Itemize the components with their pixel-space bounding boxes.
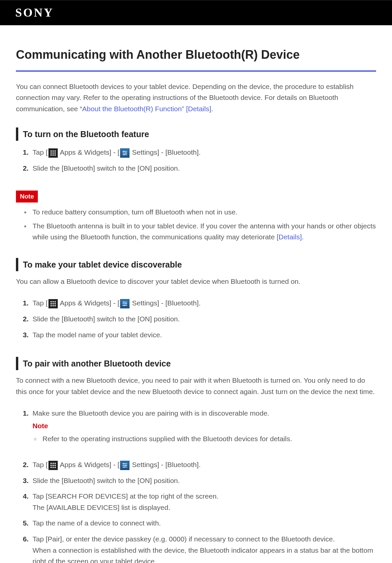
note-inline-label: Note bbox=[33, 420, 376, 432]
svg-point-4 bbox=[52, 152, 54, 154]
step-item: Make sure the Bluetooth device you are p… bbox=[31, 406, 376, 458]
intro-paragraph: You can connect Bluetooth devices to you… bbox=[16, 81, 376, 115]
svg-point-7 bbox=[52, 154, 54, 156]
step-item: Tap [Pair], or enter the device passkey … bbox=[31, 532, 376, 563]
svg-point-22 bbox=[52, 305, 54, 306]
svg-point-2 bbox=[54, 150, 56, 152]
step-text: Tap [ bbox=[33, 461, 48, 468]
content-area: Communicating with Another Bluetooth(R) … bbox=[0, 25, 392, 563]
svg-point-25 bbox=[123, 301, 124, 303]
svg-point-19 bbox=[52, 303, 54, 304]
sub-note-item: Refer to the operating instructions supp… bbox=[40, 433, 376, 446]
svg-point-0 bbox=[50, 150, 52, 152]
step-item: Tap the name of a device to connect with… bbox=[31, 516, 376, 532]
svg-point-5 bbox=[54, 152, 56, 154]
svg-point-6 bbox=[50, 154, 52, 156]
step-item: Tap [ Apps & Widgets] - [ Settings] - [B… bbox=[31, 458, 376, 474]
settings-icon bbox=[120, 299, 129, 308]
note-list: To reduce battery consumption, turn off … bbox=[16, 206, 376, 245]
svg-point-3 bbox=[50, 152, 52, 154]
step-text: Tap [ bbox=[33, 148, 48, 156]
sony-logo: SONY bbox=[15, 3, 54, 23]
steps-discoverable: Tap [ Apps & Widgets] - [ Settings] - [B… bbox=[16, 296, 376, 344]
step-item: Slide the [Bluetooth] switch to the [ON]… bbox=[31, 474, 376, 490]
svg-point-42 bbox=[125, 465, 126, 466]
svg-point-29 bbox=[123, 305, 125, 306]
step-text: Tap [SEARCH FOR DEVICES] at the top righ… bbox=[33, 492, 218, 500]
steps-pair: Make sure the Bluetooth device you are p… bbox=[16, 406, 376, 563]
step-text: Settings] - [Bluetooth]. bbox=[130, 299, 200, 307]
apps-icon bbox=[48, 461, 58, 470]
svg-point-44 bbox=[123, 466, 125, 468]
subheading-turn-on: To turn on the Bluetooth feature bbox=[16, 127, 376, 141]
header-bar: SONY bbox=[0, 0, 392, 25]
svg-point-33 bbox=[50, 465, 52, 466]
page-title: Communicating with Another Bluetooth(R) … bbox=[16, 45, 376, 64]
svg-point-23 bbox=[54, 305, 56, 306]
step-text: Apps & Widgets] - [ bbox=[58, 148, 119, 156]
step-item: Slide the [Bluetooth] switch to the [ON]… bbox=[31, 161, 376, 177]
step-item: Tap [SEARCH FOR DEVICES] at the top righ… bbox=[31, 489, 376, 516]
svg-point-37 bbox=[52, 467, 54, 468]
svg-point-1 bbox=[52, 150, 54, 152]
discoverable-intro: You can allow a Bluetooth device to disc… bbox=[16, 276, 376, 287]
subheading-pair: To pair with another Bluetooth device bbox=[16, 357, 376, 370]
step-text: When a connection is established with th… bbox=[33, 546, 373, 563]
step-text: Tap [ bbox=[33, 299, 48, 307]
step-text: Make sure the Bluetooth device you are p… bbox=[33, 409, 269, 417]
svg-point-8 bbox=[54, 154, 56, 156]
intro-text-suffix: . bbox=[211, 105, 213, 113]
svg-point-36 bbox=[50, 467, 52, 468]
apps-icon bbox=[48, 148, 58, 158]
svg-point-35 bbox=[54, 465, 56, 466]
svg-point-10 bbox=[123, 151, 124, 152]
step-text: Apps & Widgets] - [ bbox=[58, 461, 119, 468]
step-item: Tap [ Apps & Widgets] - [ Settings] - [B… bbox=[31, 296, 376, 312]
details-link[interactable]: [Details] bbox=[276, 233, 302, 241]
svg-point-31 bbox=[52, 463, 54, 464]
svg-point-14 bbox=[123, 154, 125, 155]
steps-turn-on: Tap [ Apps & Widgets] - [ Settings] - [B… bbox=[16, 145, 376, 177]
note-text: The Bluetooth antenna is built in to you… bbox=[33, 222, 376, 241]
about-bluetooth-link[interactable]: About the Bluetooth(R) Function” [Detail… bbox=[82, 105, 211, 113]
apps-icon bbox=[48, 299, 58, 308]
note-badge: Note bbox=[16, 191, 38, 202]
svg-point-40 bbox=[123, 463, 124, 464]
svg-point-21 bbox=[50, 305, 52, 306]
svg-point-20 bbox=[54, 303, 56, 304]
step-text: Settings] - [Bluetooth]. bbox=[130, 148, 200, 156]
svg-point-12 bbox=[125, 152, 126, 154]
pair-intro: To connect with a new Bluetooth device, … bbox=[16, 375, 376, 397]
step-item: Slide the [Bluetooth] switch to the [ON]… bbox=[31, 312, 376, 328]
svg-point-17 bbox=[54, 301, 56, 302]
step-text: Settings] - [Bluetooth]. bbox=[130, 461, 200, 468]
svg-point-32 bbox=[54, 463, 56, 464]
step-text: Apps & Widgets] - [ bbox=[58, 299, 119, 307]
svg-point-16 bbox=[52, 301, 54, 302]
step-item: Tap [ Apps & Widgets] - [ Settings] - [B… bbox=[31, 145, 376, 161]
svg-point-27 bbox=[125, 303, 126, 304]
svg-point-34 bbox=[52, 465, 54, 466]
title-rule bbox=[16, 70, 376, 72]
settings-icon bbox=[120, 148, 129, 158]
sub-note-list: Refer to the operating instructions supp… bbox=[33, 433, 376, 446]
svg-point-38 bbox=[54, 467, 56, 468]
subheading-discoverable: To make your tablet device discoverable bbox=[16, 258, 376, 271]
step-text: The [AVAILABLE DEVICES] list is displaye… bbox=[33, 504, 170, 511]
step-item: Tap the model name of your tablet device… bbox=[31, 328, 376, 344]
note-text: . bbox=[302, 233, 304, 241]
svg-point-30 bbox=[50, 463, 52, 464]
step-text: Tap [Pair], or enter the device passkey … bbox=[33, 535, 335, 543]
note-item: The Bluetooth antenna is built in to you… bbox=[31, 220, 376, 245]
note-item: To reduce battery consumption, turn off … bbox=[31, 206, 376, 220]
svg-point-18 bbox=[50, 303, 52, 304]
settings-icon bbox=[120, 461, 129, 470]
svg-point-15 bbox=[50, 301, 52, 302]
